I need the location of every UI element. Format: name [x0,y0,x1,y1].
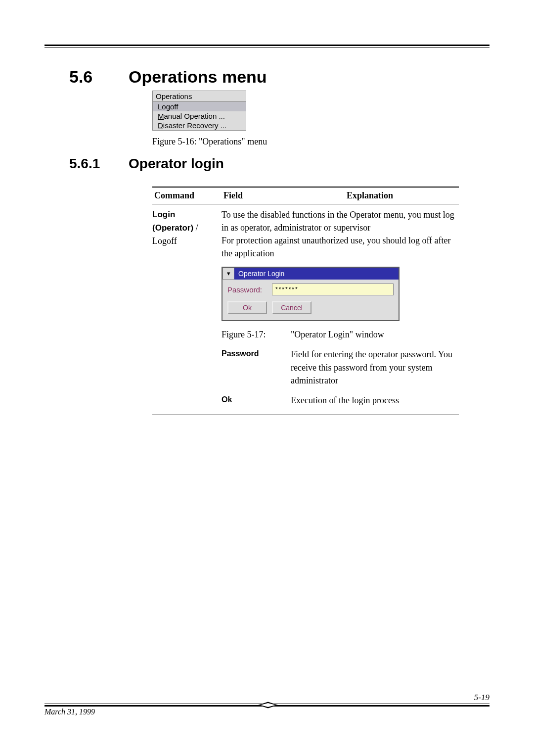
dialog-body: Password: Ok Cancel [222,280,399,320]
definition-value: Execution of the login process [291,394,459,407]
ok-button[interactable]: Ok [227,301,267,314]
operations-menu-item-logoff[interactable]: Logoff [153,102,246,111]
subsection-number: 5.6.1 [69,156,129,172]
footer-date: March 31, 1999 [44,708,95,716]
subsection-heading: 5.6.1Operator login [69,156,490,172]
operations-menu-item-disaster[interactable]: Disaster Recovery ... [153,121,246,130]
section-number: 5.6 [69,67,129,87]
operations-menu-item-manual[interactable]: Manual Operation ... [153,111,246,121]
explanation-p1: To use the disabled functions in the Ope… [222,208,459,234]
command-table: Command Field Explanation Login (Operato… [152,187,459,415]
definition-ok: Ok Execution of the login process [222,394,459,407]
definition-key: Ok [222,394,291,407]
subsection-title: Operator login [129,156,224,171]
header-command: Command [152,188,222,204]
operator-login-dialog: ▾ Operator Login Password: Ok Cancel [222,267,400,321]
dialog-titlebar: ▾ Operator Login [222,268,399,280]
section-title: Operations menu [129,67,267,86]
section-heading: 5.6Operations menu [69,67,490,87]
definition-key: Password [222,348,291,386]
explanation-cell: To use the disabled functions in the Ope… [222,208,459,407]
password-input[interactable] [272,284,394,295]
top-rule [44,45,490,47]
figure-5-17-caption: Figure 5-17:"Operator Login" window [222,328,459,341]
table-row: Login (Operator) / Logoff To use the dis… [152,204,459,415]
dialog-minimize-icon[interactable]: ▾ [222,268,234,280]
header-explanation: Explanation [281,188,459,204]
footer-rule [44,704,490,707]
figure-5-16-caption: Figure 5-16: "Operations" menu [152,137,490,147]
table-header-row: Command Field Explanation [152,187,459,204]
header-field: Field [222,188,281,204]
explanation-p2: For protection against unauthorized use,… [222,234,459,260]
operations-menu: Operations Logoff Manual Operation ... D… [152,91,246,131]
footer-ornament-icon [258,700,278,710]
password-label: Password: [227,284,272,295]
definition-value: Field for entering the operator password… [291,348,459,386]
page-footer: 5-19 March 31, 1999 [44,693,490,716]
command-cell: Login (Operator) / Logoff [152,208,222,407]
cancel-button[interactable]: Cancel [272,301,312,314]
operations-menu-title[interactable]: Operations [153,91,246,102]
dialog-title: Operator Login [234,268,399,280]
definition-password: Password Field for entering the operator… [222,348,459,386]
